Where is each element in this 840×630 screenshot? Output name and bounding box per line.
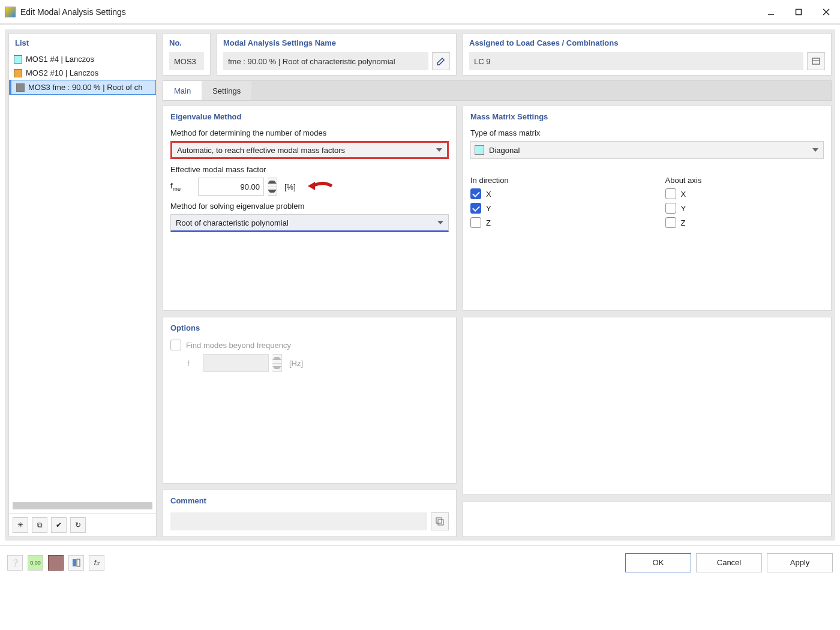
- units-button[interactable]: 0,00: [28, 555, 43, 571]
- z-label: Z: [486, 218, 491, 227]
- svg-rect-8: [438, 520, 443, 525]
- empty-panel-1: [463, 317, 832, 495]
- assigned-card: Assigned to Load Cases / Combinations LC…: [463, 33, 832, 76]
- titlebar: Edit Modal Analysis Settings: [0, 0, 840, 24]
- emmf-label: Effective modal mass factor: [170, 165, 449, 174]
- footer-bar: ❔ 0,00 f𝑥 OK Cancel Apply: [0, 545, 840, 579]
- minimize-button[interactable]: [757, 0, 785, 24]
- eigenvalue-section: Eigenvalue Method Method for determining…: [163, 106, 457, 311]
- apply-button[interactable]: Apply: [767, 553, 833, 572]
- list-item[interactable]: MOS2 #10 | Lanczos: [9, 66, 156, 80]
- tab-strip: Main Settings: [163, 80, 832, 101]
- close-button[interactable]: [812, 0, 840, 24]
- axis-label: About axis: [665, 176, 824, 185]
- emmf-prefix: fme: [170, 181, 194, 192]
- options-title: Options: [170, 323, 449, 332]
- list-title: List: [9, 34, 156, 52]
- mass-section: Mass Matrix Settings Type of mass matrix…: [463, 106, 832, 311]
- direction-label: In direction: [470, 176, 629, 185]
- color-button[interactable]: [48, 555, 64, 571]
- axis-x-checkbox[interactable]: [665, 188, 676, 199]
- method-modes-label: Method for determining the number of mod…: [170, 128, 449, 137]
- copy-icon[interactable]: ⧉: [32, 517, 47, 533]
- color-swatch: [14, 69, 22, 77]
- mass-type-label: Type of mass matrix: [470, 128, 824, 137]
- dir-x-checkbox[interactable]: [470, 188, 481, 199]
- chevron-down-icon: [436, 148, 442, 152]
- mass-type-value: Diagonal: [489, 146, 520, 155]
- name-field[interactable]: fme : 90.00 % | Root of characteristic p…: [223, 52, 428, 70]
- comment-section: Comment: [163, 490, 457, 537]
- no-label: No.: [169, 38, 204, 47]
- show-hide-button[interactable]: [68, 555, 84, 571]
- list-panel: List MOS1 #4 | Lanczos MOS2 #10 | Lanczo…: [8, 33, 157, 537]
- f-input: [203, 354, 269, 372]
- horizontal-scrollbar[interactable]: [13, 502, 152, 509]
- emmf-input[interactable]: 90.00: [198, 178, 264, 196]
- help-button[interactable]: ❔: [7, 555, 23, 571]
- settings-list[interactable]: MOS1 #4 | Lanczos MOS2 #10 | Lanczos MOS…: [9, 52, 156, 499]
- svg-rect-10: [77, 559, 80, 566]
- no-card: No. MOS3: [163, 33, 211, 76]
- function-button[interactable]: f𝑥: [89, 555, 104, 571]
- edit-name-button[interactable]: [432, 52, 450, 70]
- new-icon[interactable]: ✳: [13, 517, 28, 533]
- x-label: X: [681, 190, 686, 199]
- list-item[interactable]: MOS1 #4 | Lanczos: [9, 52, 156, 66]
- no-field[interactable]: MOS3: [169, 52, 204, 70]
- mass-title: Mass Matrix Settings: [470, 112, 824, 121]
- emmf-spinner[interactable]: [268, 178, 277, 196]
- svg-rect-4: [812, 58, 820, 64]
- comment-input[interactable]: [170, 512, 427, 530]
- f-unit: [Hz]: [289, 359, 303, 368]
- y-label: Y: [486, 204, 491, 213]
- find-modes-checkbox[interactable]: [170, 340, 181, 350]
- find-modes-label: Find modes beyond frequency: [186, 341, 291, 350]
- app-icon: [5, 7, 16, 17]
- method-modes-value: Automatic, to reach effective modal mass…: [177, 146, 345, 155]
- name-label: Modal Analysis Settings Name: [223, 38, 450, 47]
- color-swatch: [14, 55, 22, 64]
- dir-z-checkbox[interactable]: [470, 217, 481, 228]
- svg-rect-9: [73, 559, 76, 566]
- check-all-icon[interactable]: ✔: [51, 517, 67, 533]
- cancel-button[interactable]: Cancel: [696, 553, 762, 572]
- empty-panel-2: [463, 501, 832, 537]
- tab-settings[interactable]: Settings: [202, 81, 251, 100]
- list-item[interactable]: MOS3 fme : 90.00 % | Root of ch: [9, 80, 156, 95]
- window-title: Edit Modal Analysis Settings: [20, 7, 757, 17]
- assigned-field[interactable]: LC 9: [469, 52, 803, 70]
- y-label: Y: [681, 204, 686, 213]
- ok-button[interactable]: OK: [625, 553, 691, 572]
- svg-rect-7: [436, 518, 442, 523]
- list-item-label: MOS3 fme : 90.00 % | Root of ch: [28, 83, 143, 92]
- color-swatch: [16, 83, 25, 92]
- axis-y-checkbox[interactable]: [665, 203, 676, 214]
- comment-title: Comment: [170, 496, 449, 505]
- list-item-label: MOS1 #4 | Lanczos: [26, 55, 94, 64]
- tab-main[interactable]: Main: [163, 81, 202, 100]
- spinner-down-icon: [272, 366, 281, 369]
- z-label: Z: [681, 218, 686, 227]
- eigen-title: Eigenvalue Method: [170, 112, 449, 121]
- callout-arrow-icon: [307, 179, 333, 195]
- solver-value: Root of characteristic polynomial: [176, 218, 289, 227]
- chevron-down-icon: [437, 221, 443, 224]
- axis-z-checkbox[interactable]: [665, 217, 676, 228]
- color-swatch: [475, 145, 484, 155]
- solver-label: Method for solving eigenvalue problem: [170, 202, 449, 211]
- method-modes-select[interactable]: Automatic, to reach effective modal mass…: [170, 141, 449, 159]
- comment-library-button[interactable]: [431, 512, 449, 530]
- maximize-button[interactable]: [785, 0, 812, 24]
- f-spinner: [272, 354, 282, 372]
- spinner-up-icon: [268, 181, 277, 184]
- svg-rect-1: [796, 9, 802, 14]
- svg-marker-6: [308, 182, 315, 190]
- spinner-up-icon: [272, 357, 281, 360]
- options-section: Options Find modes beyond frequency f: [163, 317, 457, 484]
- pick-loadcase-button[interactable]: [807, 52, 825, 70]
- solver-select[interactable]: Root of characteristic polynomial: [170, 214, 449, 232]
- dir-y-checkbox[interactable]: [470, 203, 481, 214]
- mass-type-select[interactable]: Diagonal: [470, 141, 824, 159]
- refresh-check-icon[interactable]: ↻: [70, 517, 86, 533]
